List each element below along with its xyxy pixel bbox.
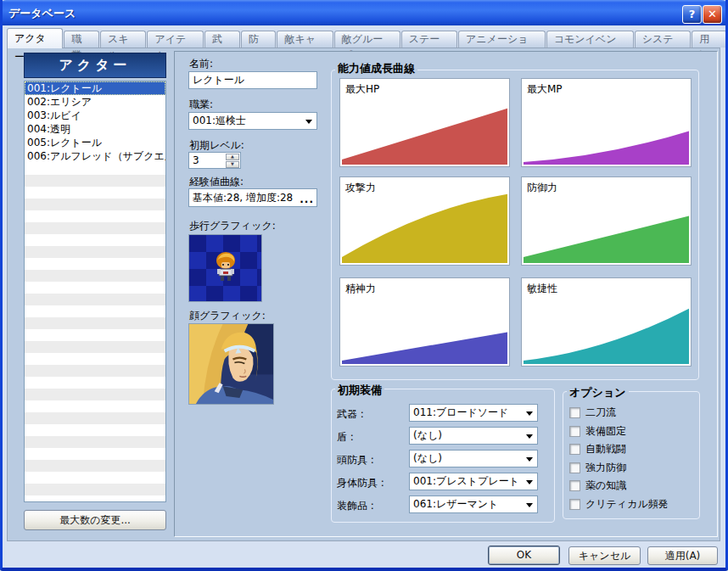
option-row: 二刀流 — [569, 406, 616, 420]
chart-label: 最大MP — [527, 82, 563, 97]
initial-level-value: 3 — [193, 154, 199, 166]
class-value: 001:巡検士 — [193, 115, 246, 126]
tab-state[interactable]: ステート — [401, 31, 457, 48]
chart-spirit[interactable]: 精神力 — [339, 277, 510, 367]
actor-listbox[interactable]: 001:レクトール 002:エリシア 003:ルビイ 004:透明 005:レク… — [24, 81, 166, 502]
checkbox-pharmacology[interactable] — [569, 480, 580, 491]
accessory-label: 装飾品 : — [337, 499, 374, 513]
list-item[interactable]: 003:ルビイ — [25, 109, 165, 122]
option-label: 二刀流 — [585, 406, 616, 420]
spin-up-icon[interactable]: ▲ — [226, 154, 239, 160]
browse-ellipsis-icon[interactable]: ... — [300, 191, 314, 207]
spinner-buttons: ▲ ▼ — [226, 154, 239, 168]
weapon-label: 武器 : — [337, 407, 364, 422]
tab-common-event[interactable]: コモンイベント — [546, 31, 634, 48]
initial-equipment-title: 初期装備 — [335, 383, 384, 398]
option-label: 自動戦闘 — [585, 442, 626, 456]
weapon-select[interactable]: 011:ブロードソード — [409, 404, 538, 422]
tab-terms[interactable]: 用語 — [692, 31, 727, 48]
list-item[interactable]: 004:透明 — [25, 122, 165, 136]
chevron-down-icon — [526, 457, 533, 462]
helmet-value: (なし) — [413, 452, 442, 464]
body-armor-value: 001:ブレストプレート — [413, 475, 519, 487]
tab-animation[interactable]: アニメーション — [458, 31, 546, 48]
list-empty-area — [25, 163, 165, 502]
option-row: 装備固定 — [569, 424, 626, 439]
chart-label: 最大HP — [345, 82, 379, 97]
chevron-down-icon — [526, 480, 533, 484]
option-label: 薬の知識 — [585, 479, 626, 493]
tab-item[interactable]: アイテム — [147, 31, 204, 48]
face-graphic-image[interactable] — [188, 323, 274, 405]
tab-system[interactable]: システム — [635, 31, 692, 48]
class-select[interactable]: 001:巡検士 — [188, 112, 317, 130]
checkbox-dual-wield[interactable] — [569, 407, 580, 418]
spin-down-icon[interactable]: ▼ — [226, 161, 239, 168]
checkbox-critical-bonus[interactable] — [569, 499, 580, 510]
helmet-select[interactable]: (なし) — [409, 450, 538, 467]
class-label: 職業: — [189, 98, 213, 112]
helmet-label: 頭防具 : — [337, 453, 374, 467]
character-sprite — [209, 249, 243, 287]
chart-label: 防御力 — [527, 181, 557, 195]
name-input[interactable] — [188, 71, 317, 89]
option-row: 強力防御 — [569, 461, 626, 475]
weapon-value: 011:ブロードソード — [413, 406, 508, 418]
list-item[interactable]: 001:レクトール — [25, 81, 165, 95]
close-button[interactable]: ✕ — [703, 5, 722, 24]
actor-list-header: アクター — [24, 53, 166, 78]
tab-strip: アクター 職業 スキル アイテム 武器 防具 敵キャラ 敵グループ ステート ア… — [7, 28, 728, 48]
help-button[interactable]: ? — [682, 5, 702, 24]
shield-label: 盾 : — [337, 430, 354, 445]
chevron-down-icon — [305, 120, 312, 124]
tab-skill[interactable]: スキル — [100, 31, 146, 48]
ok-button[interactable]: OK — [488, 546, 560, 565]
database-dialog: データベース ? ✕ アクター 職業 スキル アイテム 武器 防具 敵キャラ 敵… — [0, 0, 728, 571]
help-icon: ? — [689, 8, 696, 20]
option-label: 装備固定 — [585, 424, 626, 439]
accessory-select[interactable]: 061:レザーマント — [409, 495, 538, 513]
cancel-button[interactable]: キャンセル — [568, 546, 641, 565]
face-portrait — [189, 324, 273, 404]
walk-graphic-image[interactable] — [188, 234, 262, 302]
tab-weapon[interactable]: 武器 — [204, 31, 240, 48]
chart-label: 精神力 — [345, 282, 376, 296]
name-label: 名前: — [189, 57, 213, 71]
tab-enemy[interactable]: 敵キャラ — [277, 31, 333, 48]
tab-actor[interactable]: アクター — [7, 28, 63, 48]
growth-curves-title: 能力値成長曲線 — [335, 61, 417, 76]
apply-button[interactable]: 適用(A) — [647, 546, 718, 565]
shield-select[interactable]: (なし) — [409, 427, 538, 445]
exp-curve-field[interactable]: 基本値:28, 増加度:28 ... — [188, 188, 317, 207]
tab-class[interactable]: 職業 — [64, 31, 99, 48]
list-item[interactable]: 002:エリシア — [25, 95, 165, 109]
list-item[interactable]: 006:アルフレッド（サブクエ用 — [25, 149, 165, 163]
option-label: クリティカル頻発 — [585, 497, 669, 512]
checkbox-super-guard[interactable] — [569, 462, 580, 473]
face-graphic-label: 顔グラフィック: — [189, 309, 266, 323]
shield-value: (なし) — [413, 429, 442, 441]
tab-armor[interactable]: 防具 — [241, 31, 277, 48]
close-icon: ✕ — [708, 8, 717, 20]
chart-attack[interactable]: 攻撃力 — [339, 176, 510, 266]
chart-max-hp[interactable]: 最大HP — [339, 78, 510, 167]
chart-max-mp[interactable]: 最大MP — [521, 78, 692, 167]
window-title: データベース — [8, 6, 76, 21]
chevron-down-icon — [526, 503, 533, 507]
tab-troop[interactable]: 敵グループ — [334, 31, 400, 48]
change-maximum-button[interactable]: 最大数の変更... — [24, 510, 166, 530]
initial-level-stepper[interactable]: 3 ▲ ▼ — [188, 152, 241, 169]
chart-defense[interactable]: 防御力 — [521, 176, 692, 266]
checkbox-auto-battle[interactable] — [569, 444, 580, 455]
option-row: 薬の知識 — [569, 479, 626, 493]
exp-curve-label: 経験値曲線: — [189, 175, 244, 189]
option-label: 強力防御 — [585, 461, 626, 475]
checkbox-fix-equipment[interactable] — [569, 426, 580, 437]
walk-graphic-label: 歩行グラフィック: — [189, 219, 276, 233]
body-armor-select[interactable]: 001:ブレストプレート — [409, 473, 538, 490]
list-item[interactable]: 005:レクトール — [25, 136, 165, 149]
initial-level-label: 初期レベル: — [189, 138, 244, 153]
chevron-down-icon — [526, 411, 533, 416]
chart-agility[interactable]: 敏捷性 — [521, 277, 692, 367]
option-row: クリティカル頻発 — [569, 497, 669, 512]
